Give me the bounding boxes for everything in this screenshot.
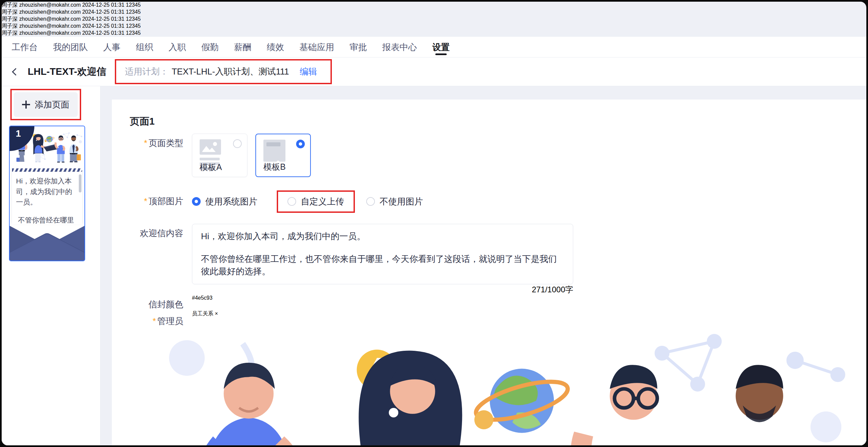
- back-chevron-icon[interactable]: [12, 68, 20, 76]
- nav-item-payroll[interactable]: 薪酬: [234, 37, 251, 57]
- nav-item-hr[interactable]: 人事: [103, 37, 121, 57]
- radio-no-image-label: 不使用图片: [380, 196, 423, 207]
- nav-item-performance[interactable]: 绩效: [267, 37, 284, 57]
- radio-no-image[interactable]: 不使用图片: [366, 196, 423, 207]
- radio-on-icon: [192, 197, 200, 206]
- template-a-radio[interactable]: [233, 139, 242, 148]
- top-nav: 工作台 我的团队 人事 组织 入职 假勤 薪酬 绩效 基础应用 审批 报表中心 …: [2, 37, 866, 57]
- template-b-radio[interactable]: [296, 140, 305, 148]
- required-asterisk: *: [153, 316, 156, 326]
- annotation-box-add-page: 添加页面: [10, 89, 81, 120]
- letter-content-label: 欢迎信内容: [130, 224, 183, 239]
- thumbnail-letter-text: Hi，欢迎你加入本司，成为我们中的一员。 不管你曾经在哪里工作过，也不管你来自于…: [12, 172, 82, 225]
- thumbnail-scrollbar[interactable]: [79, 174, 82, 192]
- letter-content-row: 欢迎信内容 Hi，欢迎你加入本司，成为我们中的一员。 不管你曾经在哪里工作过，也…: [130, 224, 866, 295]
- watermark: 周子深 zhouzishen@mokahr.com 2024-12-25 01:…: [2, 23, 866, 30]
- page-toolbar: LHL-TEXT-欢迎信 适用计划： TEXT-LHL-入职计划、测试111 编…: [2, 57, 866, 86]
- app-window: 周子深 zhouzishen@mokahr.com 2024-12-25 01:…: [2, 2, 866, 445]
- annotation-box-plan: 适用计划： TEXT-LHL-入职计划、测试111 编辑: [115, 59, 332, 84]
- add-page-label: 添加页面: [35, 99, 69, 111]
- letter-content-p1: Hi，欢迎你加入本司，成为我们中的一员。: [201, 230, 564, 243]
- thumbnail-letter-p2: 不管你曾经在哪里工作过，也不管你来自于哪里，今天你看到了这段话，就说明了当下是我…: [16, 215, 78, 225]
- thumbnail-letter-p1: Hi，欢迎你加入本司，成为我们中的一员。: [16, 176, 78, 207]
- top-image-label: *顶部图片: [130, 196, 183, 207]
- edit-plan-link[interactable]: 编辑: [300, 66, 317, 78]
- envelope-color-label: 信封颜色: [130, 295, 183, 310]
- admin-select[interactable]: 员工关系 ×: [192, 310, 218, 317]
- top-image-options: 使用系统图片 自定义上传 不使用图片: [192, 190, 442, 212]
- required-asterisk: *: [144, 138, 147, 148]
- pages-sidebar: 添加页面 Hi，欢迎你加入本司，成为我们中的一员。 不管你曾经在哪里工作过，也不…: [2, 86, 100, 445]
- plan-label: 适用计划：: [125, 66, 168, 78]
- page-title: LHL-TEXT-欢迎信: [28, 65, 106, 79]
- radio-custom-upload-label: 自定义上传: [301, 196, 344, 207]
- page-type-label: *页面类型: [130, 133, 183, 149]
- nav-item-workbench[interactable]: 工作台: [12, 37, 38, 57]
- watermark: 周子深 zhouzishen@mokahr.com 2024-12-25 01:…: [2, 16, 866, 23]
- radio-system-image-label: 使用系统图片: [205, 196, 257, 207]
- required-asterisk: *: [144, 196, 147, 206]
- page-number: 1: [16, 128, 21, 139]
- template-b-card[interactable]: 模板B: [255, 133, 311, 177]
- nav-item-basic-apps[interactable]: 基础应用: [300, 37, 334, 57]
- thumbnail-envelope: [10, 225, 85, 261]
- tag-remove-icon[interactable]: ×: [215, 311, 218, 317]
- plan-value: TEXT-LHL-入职计划、测试111: [172, 66, 289, 78]
- letter-content-p2: 不管你曾经在哪里工作过，也不管你来自于哪里，今天你看到了这段话，就说明了当下是我…: [201, 253, 564, 278]
- plus-icon: [22, 100, 30, 109]
- main-area: 页面1 *页面类型 模板A: [100, 86, 866, 445]
- watermark: 周子深 zhouzishen@mokahr.com 2024-12-25 01:…: [2, 30, 866, 37]
- template-b-label: 模板B: [264, 161, 286, 172]
- radio-system-image[interactable]: 使用系统图片: [192, 196, 257, 207]
- template-a-image-placeholder-icon: [199, 139, 221, 155]
- annotation-box-custom-upload: 自定义上传: [277, 190, 355, 213]
- page-settings-panel: 页面1 *页面类型 模板A: [112, 99, 866, 445]
- envelope-color-row: 信封颜色 #4e5c93: [130, 295, 866, 310]
- admin-row: *管理员 员工关系 ×: [130, 310, 866, 327]
- letter-content-textarea[interactable]: Hi，欢迎你加入本司，成为我们中的一员。 不管你曾经在哪里工作过，也不管你来自于…: [192, 224, 573, 284]
- admin-tag[interactable]: 员工关系 ×: [192, 311, 218, 317]
- preview-illustration: [130, 327, 866, 445]
- nav-item-onboarding[interactable]: 入职: [168, 37, 186, 57]
- radio-custom-upload[interactable]: 自定义上传: [287, 196, 344, 207]
- template-b-image-placeholder-icon: [264, 140, 285, 162]
- radio-off-icon: [366, 197, 375, 206]
- char-counter: 271/1000字: [192, 284, 573, 295]
- add-page-button[interactable]: 添加页面: [14, 92, 78, 117]
- template-a-label: 模板A: [199, 162, 222, 173]
- nav-item-org[interactable]: 组织: [136, 37, 153, 57]
- nav-item-attendance[interactable]: 假勤: [201, 37, 219, 57]
- letter-preview-card: Hi，欢迎你加入本司，成为我们中的一员。 不管你曾经在哪里工作过，也不管你来自于…: [130, 327, 866, 445]
- section-title: 页面1: [130, 115, 866, 128]
- thumbnail-hatch-divider: [12, 168, 82, 172]
- admin-label: *管理员: [130, 310, 183, 327]
- admin-tag-label: 员工关系: [192, 311, 213, 317]
- nav-item-settings[interactable]: 设置: [432, 37, 450, 57]
- color-hex-value[interactable]: #4e5c93: [192, 295, 212, 301]
- top-image-row: *顶部图片 使用系统图片 自定义上传: [130, 190, 866, 212]
- radio-off-icon: [287, 197, 296, 206]
- nav-item-my-team[interactable]: 我的团队: [53, 37, 88, 57]
- watermark: 周子深 zhouzishen@mokahr.com 2024-12-25 01:…: [2, 9, 866, 16]
- template-a-card[interactable]: 模板A: [192, 133, 247, 177]
- watermark: 周子深 zhouzishen@mokahr.com 2024-12-25 01:…: [2, 2, 866, 9]
- nav-item-approval[interactable]: 审批: [349, 37, 367, 57]
- page-thumbnail-1[interactable]: Hi，欢迎你加入本司，成为我们中的一员。 不管你曾经在哪里工作过，也不管你来自于…: [9, 126, 85, 261]
- nav-item-reports[interactable]: 报表中心: [382, 37, 417, 57]
- page-type-row: *页面类型 模板A 模板B: [130, 133, 866, 177]
